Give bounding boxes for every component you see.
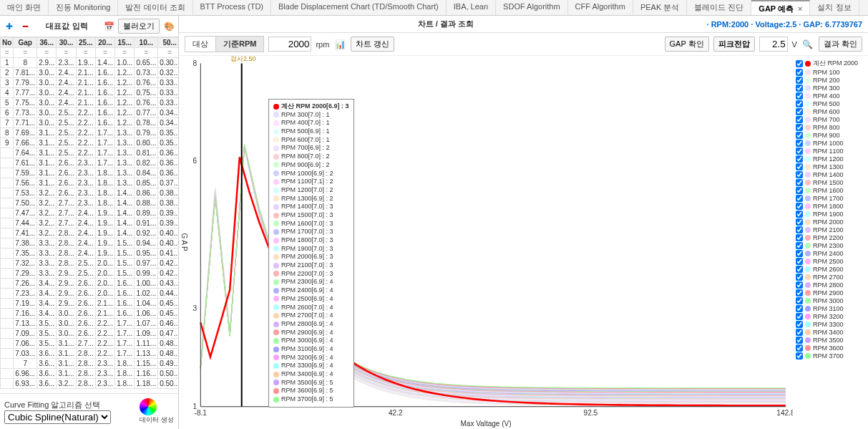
- column-header[interactable]: 25...: [76, 38, 95, 48]
- tab-btt-process-(td)[interactable]: BTT Process (TD): [193, 0, 271, 15]
- legend-checkbox[interactable]: [796, 313, 803, 320]
- table-row[interactable]: 6.93...3.6...3.2...2.8...2.3...1.8...1.1…: [1, 379, 179, 389]
- legend-checkbox[interactable]: [796, 321, 803, 328]
- legend-item[interactable]: RPM 2700: [796, 274, 865, 281]
- close-icon[interactable]: ×: [798, 4, 802, 13]
- table-row[interactable]: 182.9...2.3...1.9...1.4...1.0...0.65...0…: [1, 58, 179, 68]
- legend-item[interactable]: RPM 3300: [796, 321, 865, 328]
- legend-item[interactable]: RPM 1700: [796, 195, 865, 202]
- legend-checkbox[interactable]: [796, 211, 803, 218]
- load-button[interactable]: 불러오기: [118, 19, 160, 34]
- legend-item[interactable]: RPM 3100: [796, 305, 865, 312]
- tab-발전-데이터-조회[interactable]: 발전 데이터 조회: [118, 0, 192, 15]
- table-row[interactable]: 7.59...3.1...2.6...2.3...1.8...1.3...0.8…: [1, 168, 179, 178]
- legend-item[interactable]: RPM 900: [796, 132, 865, 139]
- tab-블레이드-진단[interactable]: 블레이드 진단: [687, 0, 751, 15]
- legend-item[interactable]: RPM 700: [796, 116, 865, 123]
- table-row[interactable]: 87.69...3.1...2.5...2.2...1.7...1.3...0.…: [1, 128, 179, 138]
- legend-checkbox[interactable]: [796, 140, 803, 147]
- legend-checkbox[interactable]: [796, 187, 803, 194]
- result-confirm-button[interactable]: 결과 확인: [819, 37, 862, 52]
- table-row[interactable]: 7.16...3.4...3.0...2.6...2.1...1.6...1.0…: [1, 309, 179, 319]
- legend-checkbox[interactable]: [796, 289, 803, 297]
- legend-item[interactable]: RPM 3200: [796, 313, 865, 320]
- view-icon[interactable]: 🔍: [801, 38, 814, 51]
- column-header[interactable]: 20...: [95, 38, 114, 48]
- legend-checkbox[interactable]: [796, 85, 803, 92]
- add-icon[interactable]: ✚: [3, 20, 16, 33]
- legend-item[interactable]: RPM 1300: [796, 163, 865, 170]
- legend-checkbox[interactable]: [796, 69, 803, 76]
- column-header[interactable]: No: [1, 38, 14, 48]
- table-row[interactable]: 7.47...3.2...2.7...2.4...1.9...1.4...0.8…: [1, 208, 179, 218]
- table-row[interactable]: 57.75...3.0...2.4...2.1...1.6...1.2...0.…: [1, 98, 179, 108]
- legend-checkbox[interactable]: [796, 305, 803, 312]
- generate-button[interactable]: 데이터 생성: [140, 415, 174, 425]
- table-row[interactable]: 7.56...3.1...2.6...2.3...1.8...1.3...0.8…: [1, 178, 179, 188]
- legend-checkbox[interactable]: [796, 226, 803, 233]
- legend-item[interactable]: RPM 200: [796, 77, 865, 84]
- table-row[interactable]: 7.35...3.3...2.8...2.4...1.9...1.5...0.9…: [1, 249, 179, 259]
- legend-item[interactable]: RPM 100: [796, 69, 865, 76]
- tab-cff-algorithm[interactable]: CFF Algorithm: [568, 0, 633, 15]
- tab-peak-분석[interactable]: PEAK 분석: [633, 0, 687, 15]
- legend-item[interactable]: RPM 2400: [796, 250, 865, 257]
- column-header[interactable]: Gap: [14, 38, 37, 48]
- calendar-icon[interactable]: 📅: [102, 20, 115, 33]
- table-row[interactable]: 47.77...3.0...2.4...2.1...1.6...1.2...0.…: [1, 88, 179, 98]
- legend-item[interactable]: RPM 300: [796, 85, 865, 92]
- tab-설치-정보[interactable]: 설치 정보: [810, 0, 859, 15]
- legend-item[interactable]: RPM 3000: [796, 297, 865, 304]
- table-row[interactable]: 37.79...3.0...2.4...2.1...1.6...1.2...0.…: [1, 78, 179, 88]
- column-header[interactable]: 15...: [115, 38, 135, 48]
- table-row[interactable]: 7.32...3.3...2.8...2.5...2.0...1.5...0.9…: [1, 259, 179, 269]
- table-row[interactable]: 7.44...3.2...2.7...2.4...1.9...1.4...0.9…: [1, 218, 179, 228]
- legend-item[interactable]: RPM 1500: [796, 179, 865, 186]
- legend-checkbox[interactable]: [796, 171, 803, 178]
- table-row[interactable]: 7.09...3.5...3.0...2.6...2.2...1.7...1.0…: [1, 329, 179, 339]
- legend-checkbox[interactable]: [796, 258, 803, 265]
- legend-checkbox[interactable]: [796, 108, 803, 115]
- tab-blade-displacement-chart-(td/smooth-chart)[interactable]: Blade Displacement Chart (TD/Smooth Char…: [271, 0, 447, 15]
- chart-tab-대상[interactable]: 대상: [185, 37, 216, 52]
- legend-checkbox[interactable]: [796, 132, 803, 139]
- voltage-input[interactable]: [759, 37, 788, 52]
- legend-item[interactable]: RPM 2100: [796, 226, 865, 233]
- remove-icon[interactable]: ━: [19, 20, 31, 33]
- legend-item[interactable]: RPM 2200: [796, 234, 865, 241]
- table-row[interactable]: 27.81...3.0...2.4...2.1...1.6...1.2...0.…: [1, 68, 179, 78]
- legend-checkbox[interactable]: [796, 352, 803, 360]
- table-row[interactable]: 7.64...3.1...2.5...2.2...1.7...1.3...0.8…: [1, 148, 179, 158]
- legend-checkbox[interactable]: [796, 203, 803, 210]
- legend-item[interactable]: RPM 3500: [796, 337, 865, 344]
- legend-checkbox[interactable]: [796, 100, 803, 107]
- color-wheel-icon[interactable]: [140, 398, 157, 415]
- legend-checkbox[interactable]: [796, 281, 803, 289]
- legend-item[interactable]: RPM 2000: [796, 218, 865, 226]
- legend-checkbox[interactable]: [796, 234, 803, 241]
- gap-confirm-button[interactable]: GAP 확인: [665, 37, 709, 52]
- legend-panel[interactable]: 계산 RPM 2000RPM 100RPM 200RPM 300RPM 400R…: [793, 56, 868, 429]
- legend-checkbox[interactable]: [796, 329, 803, 336]
- chart-update-button[interactable]: 차트 갱신: [351, 37, 394, 52]
- legend-item[interactable]: RPM 1200: [796, 155, 865, 163]
- table-row[interactable]: 7.03...3.6...3.1...2.8...2.2...1.7...1.1…: [1, 349, 179, 359]
- legend-item[interactable]: RPM 3600: [796, 344, 865, 352]
- legend-checkbox[interactable]: [796, 148, 803, 155]
- legend-item[interactable]: RPM 1600: [796, 187, 865, 194]
- chart-canvas[interactable]: GAP 검사2.50 -8.142.292.5142.81368 Max Val…: [179, 56, 793, 429]
- legend-item[interactable]: RPM 1100: [796, 148, 865, 155]
- legend-checkbox[interactable]: [796, 250, 803, 257]
- column-header[interactable]: 30...: [57, 38, 76, 48]
- legend-item[interactable]: RPM 1800: [796, 203, 865, 210]
- table-row[interactable]: 73.6...3.1...2.8...2.3...1.8...1.15...0.…: [1, 359, 179, 369]
- chart-tab-기준RPM[interactable]: 기준RPM: [216, 37, 263, 52]
- table-row[interactable]: 7.53...3.2...2.6...2.3...1.8...1.4...0.8…: [1, 188, 179, 198]
- table-row[interactable]: 7.38...3.3...2.8...2.4...1.9...1.5...0.9…: [1, 238, 179, 249]
- legend-item[interactable]: RPM 500: [796, 100, 865, 107]
- legend-item[interactable]: RPM 1000: [796, 140, 865, 147]
- legend-checkbox[interactable]: [796, 92, 803, 100]
- legend-item[interactable]: RPM 1400: [796, 171, 865, 178]
- table-row[interactable]: 77.71...3.0...2.5...2.2...1.6...1.2...0.…: [1, 118, 179, 128]
- legend-item[interactable]: RPM 2300: [796, 242, 865, 249]
